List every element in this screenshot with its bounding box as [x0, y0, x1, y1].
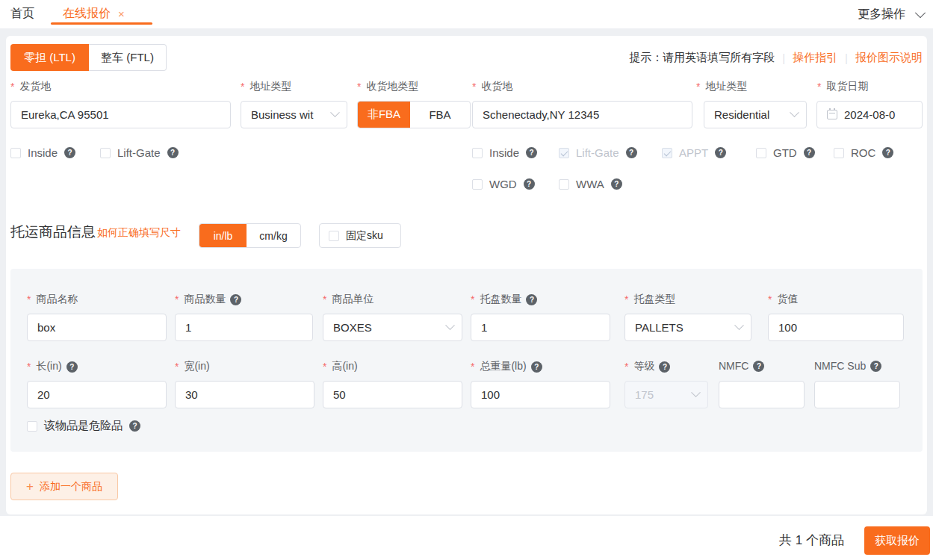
- help-icon[interactable]: [804, 147, 815, 158]
- fba-label: FBA: [429, 108, 450, 121]
- dest-address-type-label: 地址类型: [696, 80, 747, 93]
- tab-online-quote[interactable]: 在线报价 ×: [63, 6, 125, 22]
- help-icon[interactable]: [611, 178, 622, 190]
- chevron-down-icon: [790, 108, 799, 117]
- ftl-label: 整车 (FTL): [101, 51, 154, 65]
- pallet-quantity-input[interactable]: [471, 314, 610, 341]
- origin-address-type-value: Business wit: [251, 108, 313, 121]
- checkbox-box: [27, 421, 37, 432]
- more-actions-menu[interactable]: 更多操作: [858, 7, 924, 22]
- cmkg-label: cm/kg: [259, 230, 287, 242]
- operation-guide-link[interactable]: 操作指引: [793, 51, 837, 65]
- help-icon[interactable]: [753, 361, 764, 372]
- help-icon[interactable]: [526, 147, 537, 158]
- length-input[interactable]: [27, 381, 167, 408]
- checkbox-label: Inside: [28, 146, 58, 159]
- help-icon[interactable]: [715, 147, 726, 158]
- checkbox-label: Inside: [489, 146, 519, 159]
- item-name-label: 商品名称: [27, 293, 78, 306]
- help-icon[interactable]: [524, 178, 535, 190]
- tab-online-quote-label: 在线报价: [63, 6, 111, 22]
- checkbox-box: [472, 148, 483, 158]
- fixed-sku-checkbox[interactable]: 固定sku: [319, 223, 401, 248]
- get-quote-label: 获取报价: [875, 534, 920, 548]
- help-icon[interactable]: [167, 147, 179, 158]
- pickup-date-picker[interactable]: 2024-08-0: [816, 101, 923, 128]
- chevron-down-icon: [445, 320, 455, 330]
- plus-icon: +: [26, 480, 34, 493]
- ltl-label: 零担 (LTL): [24, 51, 75, 65]
- help-icon[interactable]: [64, 147, 75, 158]
- checkbox-box: [329, 231, 339, 241]
- cargo-section-title: 托运商品信息: [10, 223, 96, 242]
- dest-wgd-checkbox[interactable]: WGD: [472, 178, 535, 190]
- nmfc-input[interactable]: [719, 381, 805, 408]
- pallet-quantity-label: 托盘数量: [471, 293, 537, 306]
- dest-type-fba-button[interactable]: FBA: [410, 102, 470, 128]
- help-icon[interactable]: [129, 420, 140, 432]
- help-icon[interactable]: [66, 361, 78, 373]
- close-icon[interactable]: ×: [118, 8, 125, 19]
- origin-address-type-select[interactable]: Business wit: [241, 101, 347, 128]
- width-input[interactable]: [175, 381, 314, 408]
- item-count-summary: 共 1 个商品: [779, 532, 844, 549]
- freight-class-value: 175: [635, 388, 654, 401]
- dest-address-type-select[interactable]: Residential: [704, 101, 807, 128]
- dest-wwa-checkbox[interactable]: WWA: [559, 178, 622, 190]
- nmfc-sub-label: NMFC Sub: [814, 360, 881, 372]
- destination-label: 收货地: [472, 80, 512, 93]
- origin-label: 发货地: [10, 80, 51, 93]
- dest-address-type-value: Residential: [714, 108, 769, 121]
- unit-inlb-button[interactable]: in/lb: [199, 224, 247, 247]
- quote-type-ltl-button[interactable]: 零担 (LTL): [10, 44, 89, 71]
- dest-type-toggle: 非FBA FBA: [357, 101, 471, 128]
- help-icon[interactable]: [882, 147, 893, 158]
- help-icon[interactable]: [659, 361, 670, 373]
- unit-cmkg-button[interactable]: cm/kg: [247, 224, 300, 247]
- item-name-input[interactable]: [27, 314, 167, 341]
- checkbox-label: APPT: [679, 146, 708, 159]
- item-quantity-label: 商品数量: [175, 293, 241, 306]
- declared-value-input[interactable]: [768, 314, 904, 341]
- help-icon[interactable]: [626, 147, 637, 158]
- help-icon[interactable]: [870, 361, 881, 372]
- height-input[interactable]: [323, 381, 462, 408]
- pallet-type-select[interactable]: PALLETS: [624, 314, 751, 341]
- origin-inside-checkbox[interactable]: Inside: [10, 146, 75, 159]
- quote-illustration-link[interactable]: 报价图示说明: [855, 51, 923, 65]
- dest-roc-checkbox[interactable]: ROC: [834, 146, 893, 159]
- freight-class-select: 175: [624, 381, 708, 408]
- help-icon[interactable]: [230, 294, 241, 305]
- quote-type-ftl-button[interactable]: 整车 (FTL): [89, 44, 167, 71]
- checkbox-box: [100, 148, 111, 158]
- tip-row: 提示：请用英语填写所有字段 | 操作指引 | 报价图示说明: [629, 51, 923, 65]
- non-fba-label: 非FBA: [368, 108, 400, 122]
- item-unit-value: BOXES: [333, 321, 372, 334]
- size-help-link[interactable]: 如何正确填写尺寸: [97, 226, 181, 240]
- add-item-button[interactable]: + 添加一个商品: [10, 473, 118, 500]
- dest-type-non-fba-button[interactable]: 非FBA: [358, 102, 410, 128]
- checkbox-label: Lift-Gate: [576, 146, 619, 159]
- dest-gtd-checkbox[interactable]: GTD: [756, 146, 815, 159]
- dest-inside-checkbox[interactable]: Inside: [472, 146, 537, 159]
- checkbox-box: [559, 179, 569, 190]
- destination-input[interactable]: [472, 101, 692, 128]
- inlb-label: in/lb: [214, 230, 233, 242]
- item-unit-select[interactable]: BOXES: [323, 314, 462, 341]
- get-quote-button[interactable]: 获取报价: [864, 526, 930, 555]
- tab-home[interactable]: 首页: [10, 6, 34, 22]
- checkbox-label: 该物品是危险品: [44, 419, 123, 433]
- hazmat-checkbox[interactable]: 该物品是危险品: [27, 419, 140, 433]
- nmfc-sub-input[interactable]: [814, 381, 900, 408]
- origin-lift-gate-checkbox[interactable]: Lift-Gate: [100, 146, 179, 159]
- width-label: 宽(in): [175, 360, 210, 373]
- pallet-type-value: PALLETS: [635, 321, 684, 334]
- help-icon[interactable]: [526, 294, 537, 305]
- length-label: 长(in): [27, 360, 78, 373]
- item-quantity-input[interactable]: [175, 314, 313, 341]
- checkbox-box: [472, 179, 483, 190]
- help-icon[interactable]: [531, 361, 542, 373]
- total-weight-input[interactable]: [471, 381, 610, 408]
- calendar-icon: [827, 110, 837, 119]
- origin-input[interactable]: [10, 101, 231, 128]
